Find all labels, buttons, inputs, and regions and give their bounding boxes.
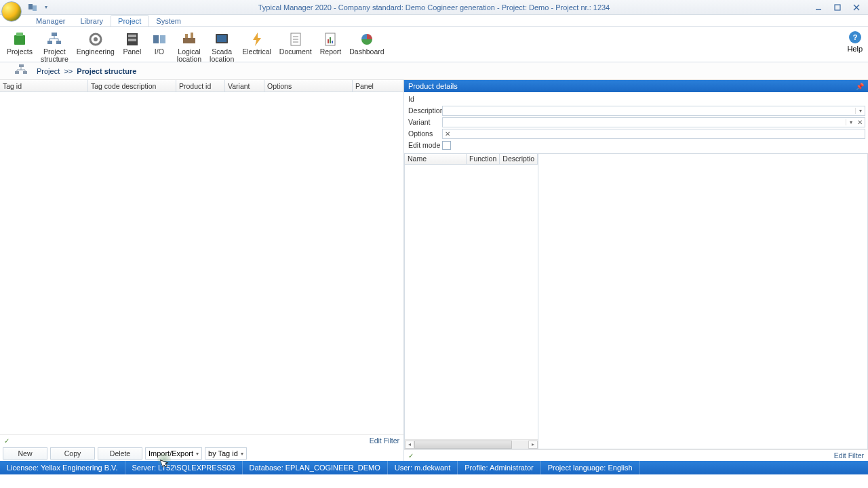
label-edit-mode: Edit mode — [407, 141, 442, 149]
label-variant: Variant — [407, 118, 442, 126]
scroll-thumb[interactable] — [414, 441, 512, 449]
svg-rect-6 — [14, 35, 25, 45]
ribbon-projects[interactable]: Projects — [3, 30, 37, 64]
svg-rect-35 — [332, 41, 333, 43]
logical-location-icon — [181, 31, 197, 47]
breadcrumb-sep: >> — [64, 67, 73, 75]
grid-body[interactable] — [0, 92, 403, 434]
tab-manager[interactable]: Manager — [28, 15, 73, 26]
breadcrumb-root: Project — [37, 67, 60, 75]
ribbon-io[interactable]: I/O — [146, 30, 173, 64]
new-button[interactable]: New — [3, 447, 47, 460]
sub-col-name[interactable]: Name — [405, 154, 467, 164]
col-panel[interactable]: Panel — [353, 80, 403, 92]
svg-rect-9 — [47, 41, 52, 44]
ribbon-scada-location[interactable]: Scada location — [205, 30, 238, 64]
sub-col-description[interactable]: Descriptio — [500, 154, 538, 164]
svg-rect-23 — [185, 34, 188, 38]
qat-dropdown-icon[interactable]: ▾ — [41, 2, 52, 13]
pin-icon[interactable]: 📌 — [856, 83, 864, 90]
options-input[interactable]: ✕ — [442, 129, 865, 139]
clear-icon[interactable]: ✕ — [855, 119, 865, 126]
breadcrumb-icon — [14, 63, 30, 79]
ribbon-engineering[interactable]: Engineering — [73, 30, 119, 64]
delete-button[interactable]: Delete — [98, 447, 142, 460]
import-export-button[interactable]: Import/Export▾ — [145, 447, 202, 460]
col-tag-id[interactable]: Tag id — [0, 80, 88, 92]
right-pane: Product details 📌 Id Description ▾ Varia… — [404, 80, 868, 461]
svg-rect-10 — [56, 41, 61, 44]
filter-check-icon[interactable]: ✓ — [408, 452, 414, 460]
svg-rect-20 — [153, 35, 159, 43]
copy-button[interactable]: Copy — [50, 447, 95, 460]
sub-preview — [538, 153, 868, 449]
tab-project[interactable]: Project — [111, 15, 149, 26]
edit-filter-link-left[interactable]: Edit Filter — [370, 436, 399, 445]
ribbon-panel[interactable]: Panel — [119, 30, 146, 64]
status-licensee: Licensee: Yellax Engineering B.V. — [0, 461, 125, 474]
sub-col-function[interactable]: Function — [467, 154, 500, 164]
col-tag-code-desc[interactable]: Tag code description — [88, 80, 176, 92]
status-language: Project language: English — [541, 461, 640, 474]
ribbon-help[interactable]: ? Help — [847, 30, 863, 53]
svg-rect-39 — [15, 71, 19, 74]
filter-check-icon[interactable]: ✓ — [4, 437, 9, 445]
svg-rect-3 — [835, 5, 840, 10]
svg-rect-26 — [217, 35, 226, 42]
edit-mode-checkbox[interactable] — [442, 141, 451, 150]
panel-title-text: Product details — [408, 82, 458, 90]
ribbon-electrical[interactable]: Electrical — [238, 30, 275, 64]
ribbon-project-structure[interactable]: Project structure — [37, 30, 73, 64]
svg-rect-19 — [128, 39, 136, 41]
svg-rect-21 — [160, 35, 165, 43]
label-options: Options — [407, 129, 442, 138]
svg-rect-33 — [328, 39, 329, 43]
details-sub-split: Name Function Descriptio ◂ ▸ — [404, 153, 868, 449]
ribbon-document[interactable]: Document — [275, 30, 316, 64]
chevron-down-icon: ▾ — [846, 119, 855, 125]
minimize-button[interactable] — [812, 3, 825, 12]
ribbon-logical-location[interactable]: Logical location — [173, 30, 205, 64]
ribbon-report[interactable]: Report — [316, 30, 346, 64]
menu-tabs: Manager Library Project System — [0, 15, 868, 27]
col-variant[interactable]: Variant — [225, 80, 264, 92]
svg-rect-7 — [16, 33, 23, 36]
svg-text:?: ? — [852, 33, 857, 41]
scroll-left-icon[interactable]: ◂ — [405, 441, 414, 449]
panel-title-bar[interactable]: Product details 📌 — [404, 80, 868, 92]
edit-filter-link-right[interactable]: Edit Filter — [834, 451, 864, 460]
label-id: Id — [407, 95, 442, 103]
maximize-button[interactable] — [831, 3, 844, 12]
app-orb-icon[interactable] — [1, 1, 22, 22]
report-icon — [322, 31, 338, 47]
tab-library[interactable]: Library — [73, 15, 111, 26]
svg-marker-27 — [253, 33, 261, 46]
io-icon — [151, 31, 167, 47]
description-input[interactable]: ▾ — [442, 106, 865, 116]
scroll-track[interactable] — [414, 441, 528, 449]
ribbon-dashboard[interactable]: Dashboard — [345, 30, 388, 64]
panel-icon — [124, 31, 140, 47]
main-area: Tag id Tag code description Product id V… — [0, 80, 868, 461]
col-options[interactable]: Options — [264, 80, 353, 92]
sub-grid-body[interactable] — [405, 165, 538, 439]
scroll-right-icon[interactable]: ▸ — [528, 441, 538, 449]
right-footer: ✓ Edit Filter — [404, 449, 868, 461]
tab-system[interactable]: System — [149, 15, 189, 26]
variant-input[interactable]: ▾✕ — [442, 117, 865, 127]
close-button[interactable] — [850, 3, 863, 12]
sort-combo[interactable]: by Tag id▾ — [205, 447, 247, 460]
engineering-icon — [87, 31, 104, 47]
status-user: User: m.dekwant — [388, 461, 458, 474]
status-bar: Licensee: Yellax Engineering B.V. Server… — [0, 461, 868, 474]
qat-icon[interactable] — [27, 2, 38, 13]
svg-rect-38 — [19, 64, 24, 67]
left-footer: ✓ Edit Filter New Copy Delete Import/Exp… — [0, 434, 403, 461]
sub-scrollbar[interactable]: ◂ ▸ — [405, 439, 538, 449]
svg-rect-24 — [191, 33, 193, 38]
status-profile: Profile: Administrator — [458, 461, 540, 474]
left-pane: Tag id Tag code description Product id V… — [0, 80, 404, 461]
grid-header: Tag id Tag code description Product id V… — [0, 80, 403, 92]
clear-icon[interactable]: ✕ — [443, 130, 452, 138]
col-product-id[interactable]: Product id — [176, 80, 225, 92]
